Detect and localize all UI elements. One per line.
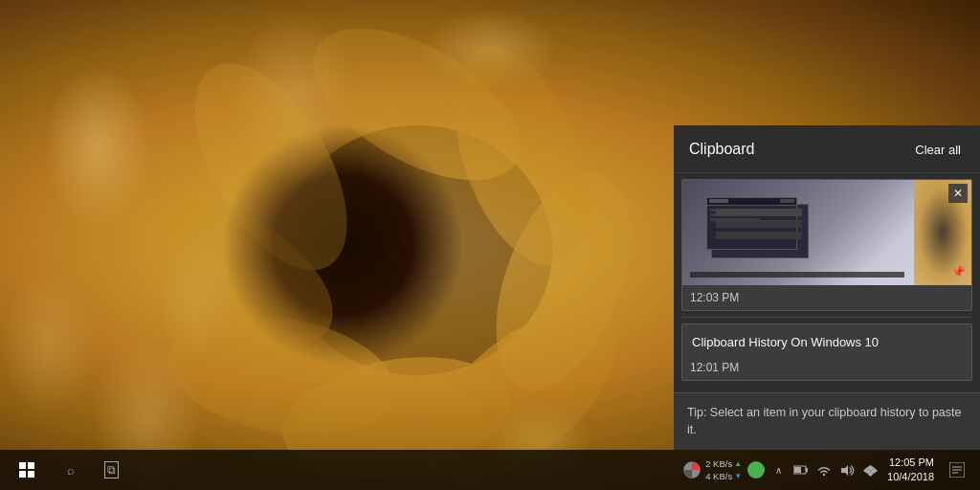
upload-speed-value: 2 KB/s [705,457,732,470]
chevron-up-icon: ∧ [775,465,782,476]
clipboard-tip: Tip: Select an item in your clipboard hi… [674,392,980,450]
clipboard-header: Clipboard Clear all [674,125,980,173]
item-separator [681,317,972,318]
taskbar-right: 2 KB/s ▲ 4 KB/s ▼ ∧ [682,450,980,490]
volume-indicator [840,464,855,477]
download-speed-value: 4 KB/s [705,470,732,482]
battery-icon[interactable] [791,460,811,479]
svg-point-10 [429,225,437,234]
task-view-icon: ⧉ [104,461,119,479]
clipboard-title: Clipboard [689,141,754,158]
battery-indicator [793,465,809,475]
dropbox-icon[interactable] [860,460,880,479]
thumbnail-titlebar [707,198,796,206]
thumbnail-taskbar [690,272,904,278]
notification-icon [949,462,965,478]
clipboard-item-close-button[interactable]: ✕ [948,184,968,203]
search-icon: ⌕ [67,463,75,478]
upload-arrow-icon: ▲ [734,458,742,469]
download-arrow-icon: ▼ [734,471,742,481]
clipboard-items-list: ✕ 📌 12:03 PM Clipboard History On Window… [674,173,980,392]
svg-point-11 [444,246,453,255]
search-button[interactable]: ⌕ [52,450,90,490]
network-status-indicator[interactable] [747,461,765,479]
task-view-button[interactable]: ⧉ [92,450,130,490]
svg-point-12 [429,267,437,276]
start-button[interactable] [4,450,50,490]
taskbar: ⌕ ⧉ 2 KB/s ▲ 4 KB/s ▼ [0,450,980,490]
expand-tray-button[interactable]: ∧ [768,460,788,479]
svg-rect-18 [794,467,801,473]
wifi-icon[interactable] [814,460,834,479]
clipboard-item-text[interactable]: Clipboard History On Windows 10 12:01 PM [681,323,972,381]
windows-logo [19,462,34,478]
clipboard-item-thumbnail [682,180,971,285]
clear-all-button[interactable]: Clear all [911,141,965,159]
svg-point-13 [402,272,411,280]
download-speed: 4 KB/s ▼ [705,470,742,482]
thumbnail-window [706,197,797,250]
volume-icon[interactable] [837,460,857,479]
dropbox-logo [863,464,878,477]
notification-center-button[interactable] [942,450,972,490]
svg-rect-17 [806,468,808,472]
clipboard-panel: Clipboard Clear all [674,125,980,450]
thumbnail-content [707,206,796,224]
current-date: 10/4/2018 [887,470,934,484]
taskbar-left: ⌕ ⧉ [0,450,130,490]
svg-point-9 [402,235,411,244]
datetime-display[interactable]: 12:05 PM 10/4/2018 [883,456,938,485]
clipboard-item-text-content: Clipboard History On Windows 10 [682,324,971,355]
resource-monitor-icon[interactable] [682,460,702,479]
pie-chart-icon [683,461,701,479]
svg-marker-20 [841,465,848,476]
svg-point-19 [823,473,825,475]
wifi-indicator [816,464,832,477]
network-speeds: 2 KB/s ▲ 4 KB/s ▼ [705,457,742,483]
clipboard-item-timestamp: 12:03 PM [682,285,971,310]
svg-point-14 [387,255,395,263]
clipboard-item-text-timestamp: 12:01 PM [682,355,971,380]
clipboard-item-pin-button[interactable]: 📌 [948,262,968,281]
upload-speed: 2 KB/s ▲ [705,457,742,470]
current-time: 12:05 PM [889,456,934,470]
clipboard-item-image[interactable]: ✕ 📌 12:03 PM [681,179,972,311]
